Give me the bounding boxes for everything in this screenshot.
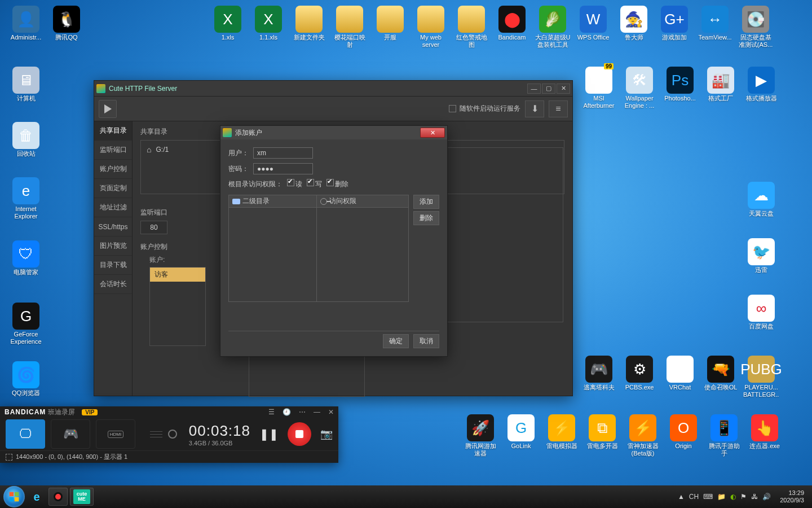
tray-action-center-icon[interactable]: ⚑ [740,493,747,501]
maximize-button[interactable]: ▢ [542,84,555,94]
taskbar-chfs[interactable]: cuteME [70,488,94,506]
mode-screen-button[interactable]: 🖵 [6,419,45,449]
desktop-icon[interactable]: ∞百度网盘 [743,295,779,330]
desktop-icon[interactable]: GGoLink [503,414,539,450]
desktop-icon[interactable]: WWPS Office [575,6,611,41]
pause-button[interactable]: ❚❚ [259,427,279,441]
account-list[interactable]: 访客 [149,267,206,346]
taskbar-bandicam[interactable] [48,488,68,506]
desktop-icon[interactable]: 新建文件夹 [291,6,327,41]
nav-7[interactable]: 目录下载 [94,256,132,275]
desktop-icon[interactable]: X1.xls [210,6,246,41]
tray-ime-icon[interactable]: ⌨ [703,493,713,501]
nav-5[interactable]: SSL/https [94,217,132,237]
desktop-icon[interactable]: My web server [413,6,449,49]
desktop-icon[interactable]: GGeForce Experience [8,303,44,345]
nav-8[interactable]: 会话时长 [94,275,132,294]
microphone-toggle[interactable] [150,431,162,437]
tray-expand-icon[interactable]: ▲ [678,493,685,501]
minimize-icon[interactable]: — [314,408,320,416]
desktop-icon[interactable]: 🏭格式工厂 [703,67,739,102]
desktop-icon[interactable]: 🐦迅雷 [743,238,779,274]
nav-6[interactable]: 图片预览 [94,237,132,256]
remove-subdir-button[interactable]: 删除 [413,211,439,225]
tray-volume-icon[interactable]: 🔊 [762,493,771,501]
start-service-button[interactable] [99,100,117,118]
dialog-titlebar[interactable]: 添加账户 ✕ [220,126,447,139]
desktop-icon[interactable]: eInternet Explorer [8,177,44,220]
desktop-icon[interactable]: ⚙PCBS.exe [621,356,657,391]
close-button[interactable]: ✕ [557,84,570,94]
user-input[interactable] [253,147,313,159]
taskbar-clock[interactable]: 13:29 2020/9/3 [780,489,804,504]
desktop-icon[interactable]: 📱腾讯手游助手 [706,414,742,457]
desktop-icon[interactable]: 🧙鲁大师 [616,6,652,41]
desktop-icon[interactable]: X1.1.xls [250,6,286,41]
desktop-icon[interactable]: VRVRChat [662,356,698,391]
mode-game-button[interactable]: 🎮 [51,419,90,449]
desktop-icon[interactable]: ↔TeamView... [697,6,733,41]
desktop-icon[interactable]: 🔫使命召唤OL [703,356,739,391]
desktop-icon[interactable]: 💽固态硬盘基准测试(AS... [738,6,774,49]
autostart-checkbox[interactable]: 随软件启动运行服务 [449,104,520,113]
mode-device-button[interactable]: HDMI [96,419,135,449]
desktop-icon[interactable]: 🚀腾讯网游加速器 [462,414,498,457]
desktop-icon[interactable]: 🗑回收站 [8,122,44,157]
desktop-icon[interactable]: ▶格式播放器 [743,67,779,102]
cancel-button[interactable]: 取消 [413,334,439,348]
desktop-icon[interactable]: 红色警戒地图 [453,6,489,49]
taskbar-ie[interactable]: e [27,488,46,506]
desktop-icon[interactable]: 开服 [372,6,408,41]
password-input[interactable] [253,163,313,174]
tray-nvidia-icon[interactable]: ◐ [730,493,736,501]
record-stop-button[interactable] [288,422,311,446]
desktop-icon[interactable]: ☁天翼云盘 [743,182,779,217]
account-item-guest[interactable]: 访客 [150,268,205,282]
desktop-icon[interactable]: PUBGPLAYERU... BATTLEGR... [743,356,779,398]
perm-write-checkbox[interactable]: 写 [307,179,322,189]
perm-delete-checkbox[interactable]: 删除 [326,179,348,189]
desktop-icon[interactable]: 🌀QQ浏览器 [8,361,44,397]
desktop-icon[interactable]: 🥬大白菜超级U盘装机工具 [535,6,571,49]
clock-icon[interactable]: 🕘 [283,408,291,416]
region-icon[interactable] [6,454,12,461]
desktop-icon[interactable]: ⚡雷神加速器 (Beta版) [625,414,661,457]
snapshot-button[interactable]: 📷 [320,428,333,440]
desktop-icon[interactable]: 99✈MSI Afterburner [581,67,617,110]
history-icon[interactable]: ☰ [268,408,275,416]
chfs-titlebar[interactable]: Cute HTTP File Server — ▢ ✕ [94,81,572,97]
desktop-icon[interactable]: 👆连点器.exe [747,414,783,450]
port-input[interactable]: 80 [140,221,167,234]
desktop-icon[interactable]: 🛠Wallpaper Engine : ... [621,67,657,110]
perm-read-checkbox[interactable]: 读 [287,179,302,189]
menu-button[interactable]: ≡ [549,100,568,117]
start-button[interactable] [3,486,25,507]
desktop-icon[interactable]: PsPhotosho... [662,67,698,102]
desktop-icon[interactable]: ⬤Bandicam [494,6,530,41]
nav-0[interactable]: 共享目录 [94,121,132,141]
desktop-icon[interactable]: OOrigin [665,414,701,450]
desktop-icon[interactable]: 🖥计算机 [8,67,44,102]
desktop-icon[interactable]: 🎮逃离塔科夫 [581,356,617,391]
add-subdir-button[interactable]: 添加 [413,195,439,209]
nav-4[interactable]: 地址过滤 [94,198,132,217]
close-icon[interactable]: ✕ [328,408,334,416]
tray-network-icon[interactable]: 🖧 [751,493,758,501]
nav-1[interactable]: 监听端口 [94,141,132,160]
tray-keyboard-icon[interactable]: 📁 [717,493,726,501]
settings-icon[interactable]: ⋯ [299,408,306,416]
tray-lang[interactable]: CH [689,493,699,501]
desktop-icon[interactable]: ⧉雷电多开器 [584,414,620,450]
desktop-icon[interactable]: 🛡电脑管家 [8,240,44,276]
desktop-icon[interactable]: 樱花端口映射 [332,6,368,49]
desktop-icon[interactable]: ⚡雷电模拟器 [544,414,580,450]
desktop-icon[interactable]: 👤Administr... [8,6,44,41]
dialog-close-button[interactable]: ✕ [420,128,445,138]
system-tray[interactable]: ▲ CH ⌨ 📁 ◐ ⚑ 🖧 🔊 [678,493,771,501]
ok-button[interactable]: 确定 [383,334,409,348]
desktop-icon[interactable]: G+游戏加加 [656,6,692,41]
minimize-button[interactable]: — [527,84,541,94]
webcam-toggle[interactable] [168,430,177,439]
download-button[interactable]: ⬇ [525,100,544,117]
desktop-icon[interactable]: 🐧腾讯QQ [48,6,85,41]
